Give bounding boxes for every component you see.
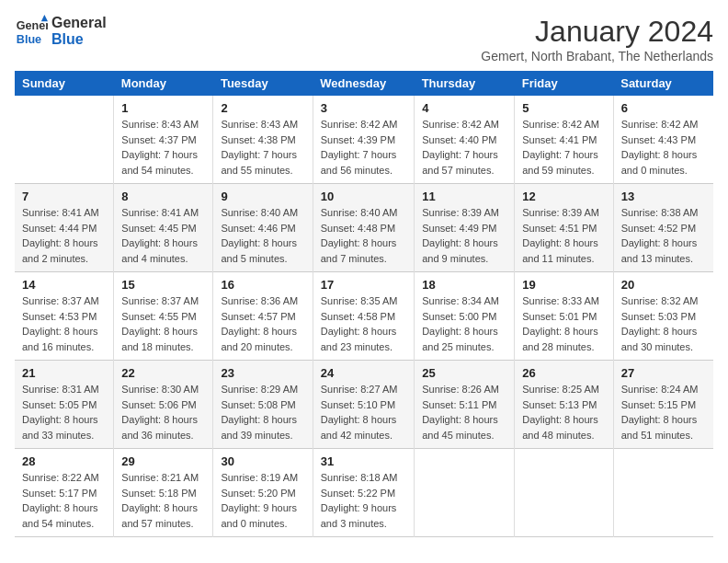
day-info: Sunrise: 8:36 AM Sunset: 4:57 PM Dayligh… [221,293,304,354]
day-info: Sunrise: 8:37 AM Sunset: 4:53 PM Dayligh… [22,293,106,354]
day-number: 12 [522,190,606,203]
day-info: Sunrise: 8:21 AM Sunset: 5:18 PM Dayligh… [121,470,205,531]
day-number: 10 [321,190,406,203]
day-info: Sunrise: 8:38 AM Sunset: 4:52 PM Dayligh… [621,205,706,266]
calendar-week-row: 28Sunrise: 8:22 AM Sunset: 5:17 PM Dayli… [15,449,713,537]
day-info: Sunrise: 8:35 AM Sunset: 4:58 PM Dayligh… [321,293,406,354]
calendar-cell: 16Sunrise: 8:36 AM Sunset: 4:57 PM Dayli… [213,272,313,361]
calendar-cell [415,449,515,537]
day-info: Sunrise: 8:43 AM Sunset: 4:37 PM Dayligh… [121,117,205,178]
calendar-cell: 10Sunrise: 8:40 AM Sunset: 4:48 PM Dayli… [313,184,414,272]
day-number: 26 [522,366,606,380]
day-info: Sunrise: 8:42 AM Sunset: 4:41 PM Dayligh… [522,117,606,178]
calendar-cell: 19Sunrise: 8:33 AM Sunset: 5:01 PM Dayli… [515,272,614,361]
calendar-title: January 2024 [481,15,713,49]
calendar-cell: 28Sunrise: 8:22 AM Sunset: 5:17 PM Dayli… [15,449,114,537]
title-area: January 2024 Gemert, North Brabant, The … [481,15,713,63]
calendar-cell: 22Sunrise: 8:30 AM Sunset: 5:06 PM Dayli… [114,361,213,449]
calendar-cell: 17Sunrise: 8:35 AM Sunset: 4:58 PM Dayli… [313,272,414,361]
day-number: 16 [221,278,304,292]
day-number: 18 [422,278,506,292]
day-number: 28 [22,454,106,468]
day-number: 7 [22,190,106,203]
day-number: 9 [221,190,304,203]
day-header-thursday: Thursday [415,71,515,96]
calendar-cell: 1Sunrise: 8:43 AM Sunset: 4:37 PM Daylig… [114,96,213,184]
calendar-body: 1Sunrise: 8:43 AM Sunset: 4:37 PM Daylig… [15,96,713,537]
day-number: 31 [321,454,406,468]
svg-marker-2 [41,15,48,21]
logo-line2: Blue [51,31,107,48]
calendar-cell: 8Sunrise: 8:41 AM Sunset: 4:45 PM Daylig… [114,184,213,272]
day-info: Sunrise: 8:24 AM Sunset: 5:15 PM Dayligh… [621,382,706,442]
calendar-cell: 6Sunrise: 8:42 AM Sunset: 4:43 PM Daylig… [613,96,713,184]
day-header-saturday: Saturday [613,71,713,96]
calendar-week-row: 1Sunrise: 8:43 AM Sunset: 4:37 PM Daylig… [15,96,713,184]
day-number: 5 [522,101,606,115]
day-header-sunday: Sunday [15,71,114,96]
calendar-week-row: 21Sunrise: 8:31 AM Sunset: 5:05 PM Dayli… [15,361,713,449]
day-info: Sunrise: 8:26 AM Sunset: 5:11 PM Dayligh… [422,382,506,442]
day-header-friday: Friday [515,71,614,96]
calendar-table: SundayMondayTuesdayWednesdayThursdayFrid… [15,71,713,537]
day-info: Sunrise: 8:27 AM Sunset: 5:10 PM Dayligh… [321,382,406,442]
day-info: Sunrise: 8:18 AM Sunset: 5:22 PM Dayligh… [321,470,406,531]
day-number: 29 [121,454,205,468]
day-info: Sunrise: 8:37 AM Sunset: 4:55 PM Dayligh… [121,293,205,354]
day-header-wednesday: Wednesday [313,71,414,96]
day-number: 23 [221,366,304,380]
day-info: Sunrise: 8:40 AM Sunset: 4:48 PM Dayligh… [321,205,406,266]
calendar-header-row: SundayMondayTuesdayWednesdayThursdayFrid… [15,71,713,96]
day-info: Sunrise: 8:19 AM Sunset: 5:20 PM Dayligh… [221,470,304,531]
day-number: 25 [422,366,506,380]
day-info: Sunrise: 8:22 AM Sunset: 5:17 PM Dayligh… [22,470,106,531]
day-number: 24 [321,366,406,380]
day-number: 30 [221,454,304,468]
calendar-cell: 27Sunrise: 8:24 AM Sunset: 5:15 PM Dayli… [613,361,713,449]
day-info: Sunrise: 8:31 AM Sunset: 5:05 PM Dayligh… [22,382,106,442]
calendar-cell: 11Sunrise: 8:39 AM Sunset: 4:49 PM Dayli… [415,184,515,272]
day-info: Sunrise: 8:30 AM Sunset: 5:06 PM Dayligh… [121,382,205,442]
day-number: 4 [422,101,506,115]
day-number: 21 [22,366,106,380]
calendar-week-row: 14Sunrise: 8:37 AM Sunset: 4:53 PM Dayli… [15,272,713,361]
calendar-cell: 21Sunrise: 8:31 AM Sunset: 5:05 PM Dayli… [15,361,114,449]
day-number: 3 [321,101,406,115]
day-info: Sunrise: 8:39 AM Sunset: 4:49 PM Dayligh… [422,205,506,266]
day-info: Sunrise: 8:33 AM Sunset: 5:01 PM Dayligh… [522,293,606,354]
logo-line1: General [51,15,107,31]
calendar-cell: 23Sunrise: 8:29 AM Sunset: 5:08 PM Dayli… [213,361,313,449]
calendar-week-row: 7Sunrise: 8:41 AM Sunset: 4:44 PM Daylig… [15,184,713,272]
calendar-cell: 2Sunrise: 8:43 AM Sunset: 4:38 PM Daylig… [213,96,313,184]
calendar-subtitle: Gemert, North Brabant, The Netherlands [481,49,713,63]
day-header-monday: Monday [114,71,213,96]
day-number: 15 [121,278,205,292]
day-number: 8 [121,190,205,203]
calendar-cell: 31Sunrise: 8:18 AM Sunset: 5:22 PM Dayli… [313,449,414,537]
day-number: 20 [621,278,706,292]
day-number: 19 [522,278,606,292]
day-number: 14 [22,278,106,292]
day-info: Sunrise: 8:34 AM Sunset: 5:00 PM Dayligh… [422,293,506,354]
calendar-cell: 29Sunrise: 8:21 AM Sunset: 5:18 PM Dayli… [114,449,213,537]
svg-text:General: General [17,19,48,32]
day-header-tuesday: Tuesday [213,71,313,96]
day-info: Sunrise: 8:42 AM Sunset: 4:43 PM Dayligh… [621,117,706,178]
day-number: 11 [422,190,506,203]
calendar-cell: 18Sunrise: 8:34 AM Sunset: 5:00 PM Dayli… [415,272,515,361]
day-info: Sunrise: 8:42 AM Sunset: 4:39 PM Dayligh… [321,117,406,178]
day-number: 1 [121,101,205,115]
calendar-cell [613,449,713,537]
calendar-cell: 26Sunrise: 8:25 AM Sunset: 5:13 PM Dayli… [515,361,614,449]
day-info: Sunrise: 8:25 AM Sunset: 5:13 PM Dayligh… [522,382,606,442]
logo: General Blue General Blue [15,15,107,48]
calendar-cell: 24Sunrise: 8:27 AM Sunset: 5:10 PM Dayli… [313,361,414,449]
day-info: Sunrise: 8:29 AM Sunset: 5:08 PM Dayligh… [221,382,304,442]
svg-text:Blue: Blue [17,33,41,46]
calendar-cell: 20Sunrise: 8:32 AM Sunset: 5:03 PM Dayli… [613,272,713,361]
day-number: 17 [321,278,406,292]
day-number: 2 [221,101,304,115]
calendar-cell: 25Sunrise: 8:26 AM Sunset: 5:11 PM Dayli… [415,361,515,449]
calendar-cell: 4Sunrise: 8:42 AM Sunset: 4:40 PM Daylig… [415,96,515,184]
calendar-cell: 9Sunrise: 8:40 AM Sunset: 4:46 PM Daylig… [213,184,313,272]
